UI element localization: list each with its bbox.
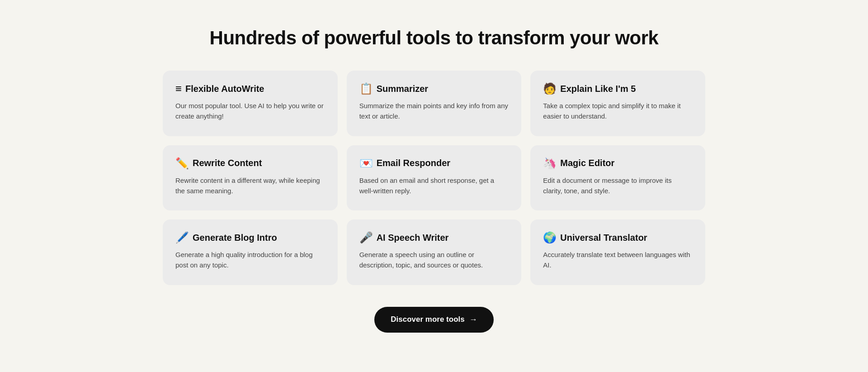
tool-card-flexible-autowrite[interactable]: ≡Flexible AutoWriteOur most popular tool… — [163, 71, 338, 136]
discover-button-label: Discover more tools — [391, 315, 464, 324]
tool-card-generate-blog-intro[interactable]: 🖊️Generate Blog IntroGenerate a high qua… — [163, 219, 338, 285]
tool-card-header: 🦄Magic Editor — [543, 158, 693, 169]
tool-card-header: ≡Flexible AutoWrite — [175, 83, 325, 94]
globe-icon: 🌍 — [543, 232, 557, 243]
tool-card-header: ✏️Rewrite Content — [175, 158, 325, 169]
tool-name: Summarizer — [377, 84, 429, 94]
tool-name: AI Speech Writer — [377, 233, 449, 243]
tool-name: Explain Like I'm 5 — [560, 84, 636, 94]
tool-description: Based on an email and short response, ge… — [359, 175, 509, 196]
tool-description: Accurately translate text between langua… — [543, 249, 693, 271]
tool-card-header: 🧑Explain Like I'm 5 — [543, 83, 693, 94]
tool-name: Email Responder — [377, 158, 450, 168]
pen-icon: 🖊️ — [175, 232, 189, 243]
tool-name: Rewrite Content — [193, 158, 262, 168]
tool-card-header: 🌍Universal Translator — [543, 232, 693, 243]
tool-name: Flexible AutoWrite — [185, 84, 264, 94]
tool-card-summarizer[interactable]: 📋SummarizerSummarize the main points and… — [347, 71, 522, 136]
tool-description: Generate a high quality introduction for… — [175, 249, 325, 271]
tool-description: Take a complex topic and simplify it to … — [543, 100, 693, 122]
tool-name: Generate Blog Intro — [193, 233, 277, 243]
tool-name: Universal Translator — [560, 233, 647, 243]
tool-card-magic-editor[interactable]: 🦄Magic EditorEdit a document or message … — [530, 145, 705, 211]
tool-card-rewrite-content[interactable]: ✏️Rewrite ContentRewrite content in a di… — [163, 145, 338, 211]
unicorn-icon: 🦄 — [543, 158, 557, 169]
clipboard-icon: 📋 — [359, 83, 373, 94]
tool-name: Magic Editor — [560, 158, 614, 168]
tool-description: Generate a speech using an outline or de… — [359, 249, 509, 271]
tool-card-ai-speech-writer[interactable]: 🎤AI Speech WriterGenerate a speech using… — [347, 219, 522, 285]
tool-description: Summarize the main points and key info f… — [359, 100, 509, 122]
tool-card-header: 📋Summarizer — [359, 83, 509, 94]
tool-description: Our most popular tool. Use AI to help yo… — [175, 100, 325, 122]
tool-description: Rewrite content in a different way, whil… — [175, 175, 325, 196]
discover-more-tools-button[interactable]: Discover more tools → — [374, 307, 493, 333]
pencil-icon: ✏️ — [175, 158, 189, 169]
microphone-icon: 🎤 — [359, 232, 373, 243]
arrow-right-icon: → — [469, 315, 477, 324]
tool-card-header: 🖊️Generate Blog Intro — [175, 232, 325, 243]
tool-card-header: 💌Email Responder — [359, 158, 509, 169]
tool-card-header: 🎤AI Speech Writer — [359, 232, 509, 243]
tool-card-explain-like-im-5[interactable]: 🧑Explain Like I'm 5Take a complex topic … — [530, 71, 705, 136]
tool-description: Edit a document or message to improve it… — [543, 175, 693, 196]
face-icon: 🧑 — [543, 83, 557, 94]
tools-grid: ≡Flexible AutoWriteOur most popular tool… — [163, 71, 705, 285]
page-title: Hundreds of powerful tools to transform … — [210, 27, 659, 49]
tool-card-universal-translator[interactable]: 🌍Universal TranslatorAccurately translat… — [530, 219, 705, 285]
lines-icon: ≡ — [175, 83, 182, 94]
tool-card-email-responder[interactable]: 💌Email ResponderBased on an email and sh… — [347, 145, 522, 211]
email-icon: 💌 — [359, 158, 373, 169]
